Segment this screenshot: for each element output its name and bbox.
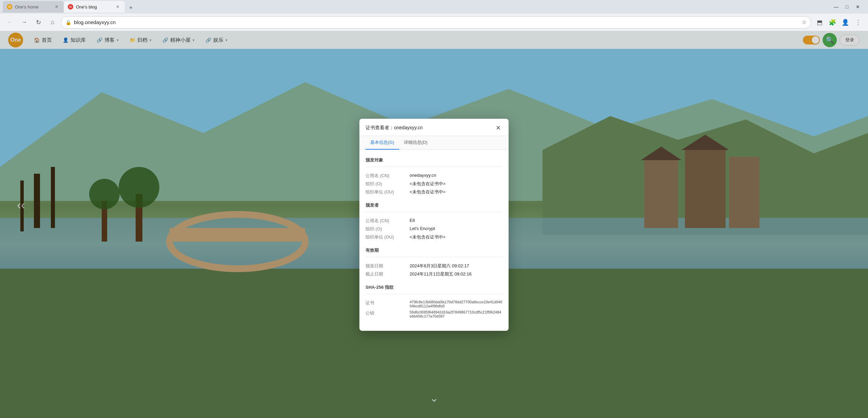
certificate-dialog: 证书查看者：onedayxyy.cn ✕ 基本信息(G) 详细信息(D) 颁发对…: [359, 119, 509, 331]
issued-to-ou-key: 组织单位 (OU): [366, 188, 410, 196]
issued-to-title: 颁发对象: [366, 157, 502, 163]
table-row: 组织 (O) <未包含在证书中>: [366, 180, 502, 188]
issued-to-table: 公用名 (CN) onedayxyy.cn 组织 (O) <未包含在证书中> 组…: [366, 172, 502, 196]
toolbar: ← → ↻ ⌂ 🔒 ☆ ⬒ 🧩 👤 ⋮: [0, 14, 868, 31]
pubkey-fingerprint-key: 公钥: [366, 309, 410, 319]
issued-by-ou-key: 组织单位 (OU): [366, 233, 410, 241]
new-tab-button[interactable]: +: [126, 3, 136, 13]
reload-button[interactable]: ↻: [33, 17, 44, 28]
issued-by-o-key: 组织 (O): [366, 225, 410, 233]
tab-ones-blog-close[interactable]: ✕: [115, 4, 121, 10]
tab-ones-home-close[interactable]: ✕: [54, 4, 60, 10]
table-row: 公用名 (CN) E6: [366, 217, 502, 225]
pubkey-fingerprint-value: 59d6c0085f648942d16a2f7849867710cdf5c21f…: [410, 309, 502, 319]
table-row: 组织单位 (OU) <未包含在证书中>: [366, 188, 502, 196]
issued-to-o-key: 组织 (O): [366, 180, 410, 188]
menu-button[interactable]: ⋮: [852, 17, 864, 28]
issued-to-cn-key: 公用名 (CN): [366, 172, 410, 180]
back-button[interactable]: ←: [4, 17, 16, 28]
cast-button[interactable]: ⬒: [814, 17, 825, 28]
table-row: 公用名 (CN) onedayxyy.cn: [366, 172, 502, 180]
dialog-title: 证书查看者：onedayxyy.cn: [366, 125, 423, 131]
validity-from-key: 颁发日期: [366, 262, 410, 270]
tab-detail-info[interactable]: 详细信息(D): [399, 136, 432, 150]
tab-ones-blog[interactable]: O One's blog ✕: [64, 1, 125, 13]
issued-to-ou-value: <未包含在证书中>: [410, 188, 502, 196]
bookmark-icon[interactable]: ☆: [802, 19, 807, 26]
window-controls: — □ ✕: [831, 2, 863, 12]
title-bar: O One's home ✕ O One's blog ✕ + — □ ✕: [0, 0, 868, 14]
tab-basic-info[interactable]: 基本信息(G): [366, 136, 399, 150]
dialog-titlebar: 证书查看者：onedayxyy.cn ✕: [359, 119, 509, 136]
table-row: 组织单位 (OU) <未包含在证书中>: [366, 233, 502, 241]
extensions-button[interactable]: 🧩: [827, 17, 838, 28]
validity-table: 颁发日期 2024年8月3日星期六 09:02:17 截止日期 2024年11月…: [366, 262, 502, 278]
tab-ones-blog-title: One's blog: [76, 4, 112, 10]
address-bar-wrap: 🔒 ☆: [61, 16, 811, 28]
fingerprint-table: 证书 479fc8e13b680da0fa170d78dd27700a8ecce…: [366, 299, 502, 319]
forward-button[interactable]: →: [18, 17, 30, 28]
favicon-ones: O: [7, 4, 12, 10]
toolbar-right: ⬒ 🧩 👤 ⋮: [814, 17, 864, 28]
fingerprint-title: SHA-256 指纹: [366, 284, 502, 290]
dialog-body: 颁发对象 公用名 (CN) onedayxyy.cn 组织 (O) <未包含在证…: [359, 150, 509, 331]
page-content: One 🏠 首页 👤 知识库 🔗 博客 ▾ 📁 归档 ▾ 🔗 精神小屋: [0, 31, 868, 418]
issued-by-table: 公用名 (CN) E6 组织 (O) Let's Encrypt 组织单位 (O…: [366, 217, 502, 241]
profile-button[interactable]: 👤: [840, 17, 851, 28]
dialog-tabs: 基本信息(G) 详细信息(D): [359, 136, 509, 150]
issued-to-cn-value: onedayxyy.cn: [410, 172, 502, 180]
issued-by-o-value: Let's Encrypt: [410, 225, 502, 233]
issued-by-divider: [366, 212, 502, 212]
lock-icon: 🔒: [65, 20, 71, 25]
validity-title: 有效期: [366, 247, 502, 253]
cert-fingerprint-key: 证书: [366, 299, 410, 309]
favicon-blog: O: [68, 4, 73, 10]
cert-fingerprint-value: 479fc8e13b680da0fa170d78dd27700a8ecce10e…: [410, 299, 502, 309]
table-row: 证书 479fc8e13b680da0fa170d78dd27700a8ecce…: [366, 299, 502, 309]
tab-ones-home[interactable]: O One's home ✕: [3, 1, 64, 13]
table-row: 组织 (O) Let's Encrypt: [366, 225, 502, 233]
home-button[interactable]: ⌂: [47, 17, 58, 28]
minimize-button[interactable]: —: [831, 2, 841, 12]
dialog-close-button[interactable]: ✕: [494, 124, 502, 132]
tabs-bar: O One's home ✕ O One's blog ✕ +: [3, 1, 830, 13]
validity-to-value: 2024年11月1日星期五 09:02:16: [410, 270, 502, 278]
issued-to-o-value: <未包含在证书中>: [410, 180, 502, 188]
issued-by-title: 颁发者: [366, 202, 502, 208]
browser-frame: O One's home ✕ O One's blog ✕ + — □ ✕ ← …: [0, 0, 868, 418]
table-row: 颁发日期 2024年8月3日星期六 09:02:17: [366, 262, 502, 270]
issued-to-divider: [366, 167, 502, 167]
close-button[interactable]: ✕: [853, 2, 863, 12]
tab-ones-home-title: One's home: [15, 4, 51, 10]
table-row: 公钥 59d6c0085f648942d16a2f7849867710cdf5c…: [366, 309, 502, 319]
dialog-overlay: 证书查看者：onedayxyy.cn ✕ 基本信息(G) 详细信息(D) 颁发对…: [0, 31, 868, 418]
issued-by-cn-key: 公用名 (CN): [366, 217, 410, 225]
issued-by-ou-value: <未包含在证书中>: [410, 233, 502, 241]
fingerprint-divider: [366, 294, 502, 294]
maximize-button[interactable]: □: [842, 2, 852, 12]
validity-divider: [366, 257, 502, 257]
validity-from-value: 2024年8月3日星期六 09:02:17: [410, 262, 502, 270]
validity-to-key: 截止日期: [366, 270, 410, 278]
table-row: 截止日期 2024年11月1日星期五 09:02:16: [366, 270, 502, 278]
address-input[interactable]: [74, 19, 799, 25]
issued-by-cn-value: E6: [410, 217, 502, 225]
